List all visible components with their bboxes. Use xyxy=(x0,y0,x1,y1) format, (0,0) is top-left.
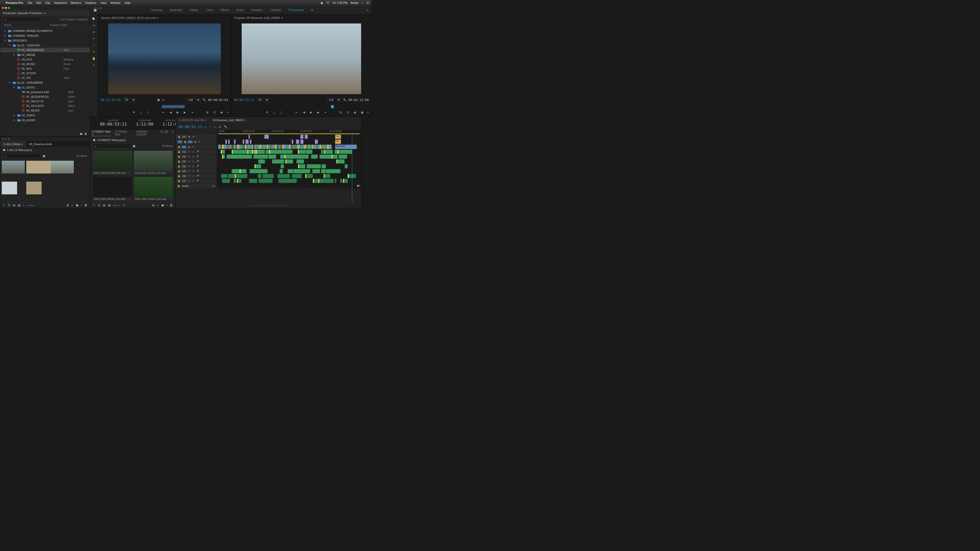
step-fwd-icon[interactable]: ▶ xyxy=(316,110,320,114)
step-back-icon[interactable]: ◀ xyxy=(169,110,172,114)
lock-icon[interactable]: 🔓 xyxy=(177,155,180,158)
menu-window[interactable]: Window xyxy=(110,1,121,4)
brand[interactable]: Adobe xyxy=(350,1,359,4)
mark-in-icon[interactable]: ▼ xyxy=(132,110,136,114)
tree-node[interactable]: 04_MUSICIvan xyxy=(0,108,90,113)
ws-menu-icon[interactable]: ≡ xyxy=(311,8,313,11)
auto-seq-icon[interactable]: ⊞ xyxy=(67,203,69,207)
lock-icon[interactable]: 🔓 xyxy=(177,185,180,187)
col-name[interactable]: Name xyxy=(4,24,50,27)
in-point-icon[interactable]: { xyxy=(272,110,277,114)
media-search[interactable]: ⌕ xyxy=(93,144,131,148)
sync-icon[interactable]: ▣ xyxy=(188,135,191,138)
lock-icon[interactable]: 🔓 xyxy=(177,175,180,178)
tree-node[interactable]: ▾Ep 02 - DREAMERS xyxy=(0,80,90,85)
production-tree[interactable]: ▸CHANNEL BRAND ELEMENTS▸CHANNEL TRAILER▾… xyxy=(0,28,90,131)
trash-icon[interactable]: 🗑 xyxy=(84,203,87,207)
project-tab-dreamers[interactable]: 00_Dreamers Edit xyxy=(26,141,55,147)
clip-thumb[interactable] xyxy=(26,182,49,201)
source-zoom[interactable]: Fit xyxy=(123,98,136,102)
clip-thumb[interactable] xyxy=(2,161,25,180)
settings-icon[interactable]: 🔧 xyxy=(224,125,228,129)
new-bin-icon[interactable]: ▣ xyxy=(80,132,83,135)
source-tc-out[interactable]: 00:00:02:01 xyxy=(208,98,228,102)
program-res[interactable]: Full xyxy=(327,98,341,102)
tree-node[interactable]: 05_SFXFran xyxy=(0,66,90,71)
pen-icon[interactable]: ✎ xyxy=(93,203,95,207)
menu-graphics[interactable]: Graphics xyxy=(85,1,96,4)
media-clip[interactable]: C048_C017_0101YJ_001.mp4 xyxy=(134,151,173,175)
clip-thumb[interactable] xyxy=(2,182,25,201)
tree-node[interactable]: 03_GFX-EDITMitch xyxy=(0,103,90,108)
ws-overflow-icon[interactable]: » xyxy=(367,8,369,11)
lock-icon[interactable]: 🔓 xyxy=(183,140,186,143)
add-button-icon[interactable]: + xyxy=(367,111,371,114)
program-scrubber[interactable] xyxy=(234,105,369,108)
project-search[interactable]: ⌕ xyxy=(3,154,41,158)
menu-view[interactable]: View xyxy=(100,1,107,4)
find-icon[interactable]: ⌕ xyxy=(72,203,73,207)
track-a6[interactable]: A6 xyxy=(181,175,186,178)
mic-icon[interactable]: 🎤 xyxy=(196,155,199,158)
tree-node[interactable]: 00_Dreamers EditMatt xyxy=(0,90,90,94)
freeform-icon[interactable]: ▧ xyxy=(108,203,110,207)
menu-edit[interactable]: Edit xyxy=(36,1,41,4)
eye-icon[interactable]: 👁 xyxy=(198,140,201,143)
ripple-edit-tool[interactable]: ⇔ xyxy=(91,29,97,35)
extract-icon[interactable]: ⊡ xyxy=(346,110,350,114)
eye-icon[interactable]: 👁 xyxy=(192,135,195,138)
razor-tool[interactable]: ✂ xyxy=(91,36,97,41)
media-clip[interactable]: C048_C020_0101U4_001.mp4 xyxy=(134,177,173,201)
media-tab-riding[interactable]: 4-RIDING LESSON xyxy=(136,130,156,136)
in-point-icon[interactable]: { xyxy=(139,110,143,114)
sort-icon[interactable]: ≡ xyxy=(123,203,124,207)
ws-learning[interactable]: Learning xyxy=(151,8,162,11)
spotlight-icon[interactable]: ⌕ xyxy=(362,1,363,4)
menu-help[interactable]: Help xyxy=(124,1,130,4)
track-a4[interactable]: A4 xyxy=(181,165,186,168)
play-icon[interactable]: ▶ xyxy=(176,110,180,114)
tree-node[interactable]: ▸CHANNEL TRAILER xyxy=(0,33,90,38)
ws-color[interactable]: Color xyxy=(206,8,213,11)
media-tab-tunnel[interactable]: 3-TUNNEL Ride xyxy=(115,130,132,136)
link-select-icon[interactable]: ⊶ xyxy=(213,125,216,129)
wrench-icon[interactable]: 🔧 xyxy=(202,98,206,102)
track-a3[interactable]: A3 xyxy=(181,160,186,163)
slip-tool[interactable]: ↔ xyxy=(91,43,97,48)
panel-menu-icon[interactable]: ≡ xyxy=(44,11,46,14)
track-select-tool[interactable]: ⇥ xyxy=(91,23,97,28)
program-tc-in[interactable]: 00:00:53:11 xyxy=(234,98,254,102)
export-frame-icon[interactable]: ◉ xyxy=(353,110,357,114)
out-point-icon[interactable]: } xyxy=(280,110,283,114)
out-point-icon[interactable]: } xyxy=(146,110,150,114)
link-icon[interactable]: ⊶ xyxy=(162,98,165,102)
step-back-icon[interactable]: ◀ xyxy=(302,110,306,114)
track-v1[interactable]: V1 xyxy=(181,145,186,148)
track-a5[interactable]: A5 xyxy=(181,170,186,173)
ws-effects[interactable]: Effects xyxy=(221,8,229,11)
lock-icon[interactable]: 🔓 xyxy=(177,165,180,168)
menu-sequence[interactable]: Sequence xyxy=(54,1,67,4)
type-tool[interactable]: T xyxy=(91,62,97,68)
media-clip[interactable]: C048_C018_0101DL_001.mp4 xyxy=(93,177,132,201)
ws-productions[interactable]: Productions xyxy=(289,8,304,11)
overwrite-icon[interactable]: ⊡ xyxy=(212,110,216,114)
track-a2[interactable]: A2 xyxy=(181,155,186,158)
lift-icon[interactable]: ⊟ xyxy=(339,110,343,114)
source-tc-in[interactable]: 00:23:43:05 xyxy=(100,98,121,102)
clip-thumb[interactable] xyxy=(51,161,74,180)
lock-icon[interactable]: 🔓 xyxy=(177,170,180,173)
project-thumbnails[interactable] xyxy=(0,159,90,202)
timeline-tc[interactable]: 00:00:53:11 xyxy=(178,125,202,129)
pen-icon[interactable]: ✎ xyxy=(3,203,5,207)
new-item-icon[interactable]: ▫ xyxy=(166,203,167,207)
program-zoom[interactable]: Fit xyxy=(256,98,269,102)
find-icon[interactable]: ⌕ xyxy=(157,203,159,207)
mic-icon[interactable]: 🎤 xyxy=(196,150,199,153)
ws-editing[interactable]: Editing xyxy=(190,8,199,11)
menu-icon[interactable]: ☰ xyxy=(366,1,369,5)
new-item-icon[interactable]: ▫ xyxy=(81,203,82,207)
list-view-icon[interactable]: ☰ xyxy=(98,203,100,207)
program-tc-out[interactable]: 00:01:12:00 xyxy=(348,98,369,102)
mic-icon[interactable]: 🎤 xyxy=(196,165,199,168)
